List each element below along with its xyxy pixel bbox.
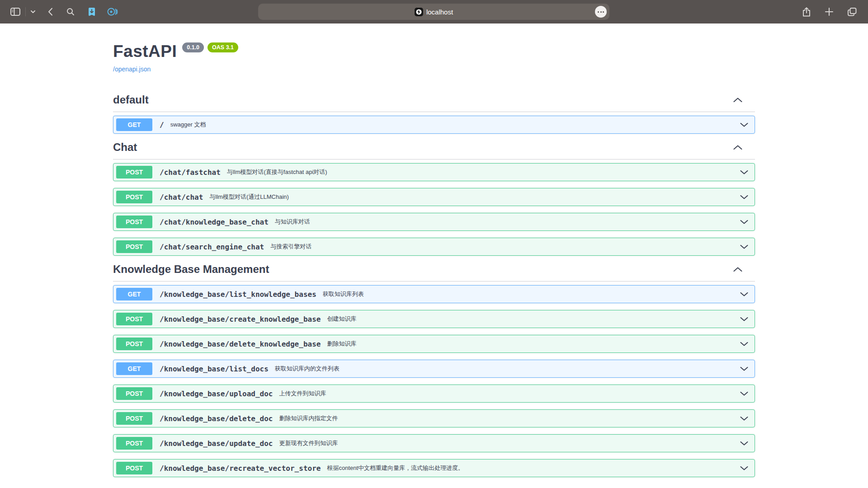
endpoint-description: 获取知识库列表: [323, 290, 736, 298]
endpoint-row[interactable]: POST /knowledge_base/create_knowledge_ba…: [113, 310, 755, 328]
browser-toolbar: localhost: [0, 0, 868, 23]
sidebar-icon: [10, 8, 20, 16]
endpoint-description: 与知识库对话: [275, 218, 736, 226]
endpoint-description: 删除知识库: [327, 340, 736, 348]
chevron-down-icon[interactable]: [740, 170, 748, 174]
new-tab-button[interactable]: [821, 4, 837, 20]
endpoint-row[interactable]: POST /knowledge_base/delete_doc 删除知识库内指定…: [113, 409, 755, 427]
chevron-up-icon[interactable]: [733, 145, 742, 150]
chevron-down-icon[interactable]: [740, 342, 748, 346]
method-badge: POST: [116, 313, 152, 325]
endpoint-row[interactable]: POST /knowledge_base/delete_knowledge_ba…: [113, 335, 755, 353]
endpoint-path: /chat/chat: [160, 193, 203, 202]
section-operations: POST /chat/fastchat 与llm模型对话(直接与fastchat…: [113, 163, 755, 256]
endpoint-row[interactable]: POST /chat/search_engine_chat 与搜索引擎对话: [113, 238, 755, 256]
method-badge: POST: [116, 462, 152, 474]
share-button[interactable]: [798, 4, 815, 20]
endpoint-path: /: [160, 121, 164, 129]
chevron-down-icon[interactable]: [740, 195, 748, 199]
endpoint-path: /knowledge_base/update_doc: [160, 439, 273, 448]
address-bar[interactable]: localhost: [258, 4, 609, 20]
section-header[interactable]: Knowledge Base Management: [113, 263, 755, 282]
search-button[interactable]: [62, 4, 79, 20]
bookmark-arrow-icon: [87, 7, 96, 17]
endpoint-description: 更新现有文件到知识库: [279, 439, 736, 447]
chevron-down-icon[interactable]: [740, 441, 748, 446]
chevron-down-icon[interactable]: [740, 367, 748, 371]
chevron-down-icon[interactable]: [740, 245, 748, 249]
tabs-icon: [848, 8, 857, 16]
site-favicon: [415, 8, 423, 16]
method-badge: POST: [116, 412, 152, 425]
method-badge: POST: [116, 338, 152, 350]
endpoint-row[interactable]: GET /knowledge_base/list_docs 获取知识库内的文件列…: [113, 360, 755, 378]
method-badge: POST: [116, 240, 152, 253]
endpoint-path: /chat/fastchat: [160, 168, 221, 177]
endpoint-row[interactable]: POST /knowledge_base/recreate_vector_sto…: [113, 459, 755, 477]
method-badge: POST: [116, 191, 152, 203]
endpoint-row[interactable]: POST /chat/fastchat 与llm模型对话(直接与fastchat…: [113, 163, 755, 181]
url-text: localhost: [426, 8, 453, 16]
section-operations: GET / swagger 文档: [113, 116, 755, 134]
section-header[interactable]: Chat: [113, 141, 755, 160]
section-title: Knowledge Base Management: [113, 263, 269, 276]
chevron-down-icon[interactable]: [740, 123, 748, 127]
tab-overview-button[interactable]: [844, 4, 861, 20]
method-badge: POST: [116, 437, 152, 450]
extension-circles-button[interactable]: [103, 4, 122, 20]
chevron-down-icon[interactable]: [740, 417, 748, 421]
chevron-down-icon[interactable]: [740, 317, 748, 321]
endpoint-path: /knowledge_base/delete_doc: [160, 414, 273, 423]
endpoint-description: 删除知识库内指定文件: [279, 414, 736, 422]
method-badge: POST: [116, 387, 152, 400]
endpoint-path: /knowledge_base/list_docs: [160, 365, 269, 373]
search-icon: [66, 8, 75, 16]
method-badge: GET: [116, 118, 152, 131]
ellipsis-icon: [598, 11, 599, 13]
endpoint-path: /knowledge_base/list_knowledge_bases: [160, 290, 316, 299]
section-title: default: [113, 93, 149, 106]
plus-icon: [825, 8, 833, 16]
endpoint-path: /knowledge_base/delete_knowledge_base: [160, 340, 321, 348]
extension-bookmark-button[interactable]: [83, 4, 100, 20]
endpoint-description: 与搜索引擎对话: [270, 243, 736, 251]
chevron-up-icon[interactable]: [733, 98, 742, 102]
endpoint-description: 创建知识库: [327, 315, 736, 323]
version-badge: 0.1.0: [182, 42, 204, 52]
endpoint-row[interactable]: GET /knowledge_base/list_knowledge_bases…: [113, 285, 755, 303]
section-operations: GET /knowledge_base/list_knowledge_bases…: [113, 285, 755, 477]
circles-star-icon: [107, 7, 118, 16]
endpoint-path: /knowledge_base/recreate_vector_store: [160, 464, 321, 473]
endpoint-row[interactable]: POST /chat/knowledge_base_chat 与知识库对话: [113, 213, 755, 231]
section-header[interactable]: default: [113, 93, 755, 112]
endpoint-description: 根据content中文档重建向量库，流式输出处理进度。: [327, 464, 736, 472]
tag-section-knowledge-base-management: Knowledge Base Management GET /knowledge…: [113, 263, 755, 477]
back-button[interactable]: [44, 4, 57, 20]
sidebar-dropdown-button[interactable]: [27, 4, 39, 20]
endpoint-path: /chat/knowledge_base_chat: [160, 218, 269, 226]
endpoint-description: swagger 文档: [170, 121, 736, 129]
sidebar-toggle-button[interactable]: [6, 4, 24, 20]
method-badge: GET: [116, 288, 152, 300]
endpoint-row[interactable]: POST /chat/chat 与llm模型对话(通过LLMChain): [113, 188, 755, 206]
share-icon: [802, 7, 811, 17]
section-title: Chat: [113, 141, 137, 154]
fastapi-logo-icon: [416, 9, 422, 15]
chevron-down-icon[interactable]: [740, 220, 748, 224]
endpoint-row[interactable]: POST /knowledge_base/upload_doc 上传文件到知识库: [113, 385, 755, 403]
chevron-down-icon[interactable]: [740, 292, 748, 296]
toolbar-separator: [25, 7, 26, 16]
chevron-down-icon[interactable]: [740, 466, 748, 470]
api-info: FastAPI 0.1.0 OAS 3.1 /openapi.json: [113, 23, 755, 73]
swagger-page: FastAPI 0.1.0 OAS 3.1 /openapi.json defa…: [0, 23, 868, 488]
endpoint-description: 获取知识库内的文件列表: [275, 365, 736, 373]
endpoint-row[interactable]: GET / swagger 文档: [113, 116, 755, 134]
endpoint-row[interactable]: POST /knowledge_base/update_doc 更新现有文件到知…: [113, 434, 755, 452]
chevron-up-icon[interactable]: [733, 267, 742, 272]
method-badge: GET: [116, 362, 152, 375]
openapi-spec-link[interactable]: /openapi.json: [113, 66, 151, 73]
endpoint-description: 与llm模型对话(通过LLMChain): [209, 193, 736, 201]
page-settings-button[interactable]: [595, 6, 607, 18]
chevron-down-icon[interactable]: [740, 392, 748, 396]
tag-section-default: default GET / swagger 文档: [113, 93, 755, 134]
